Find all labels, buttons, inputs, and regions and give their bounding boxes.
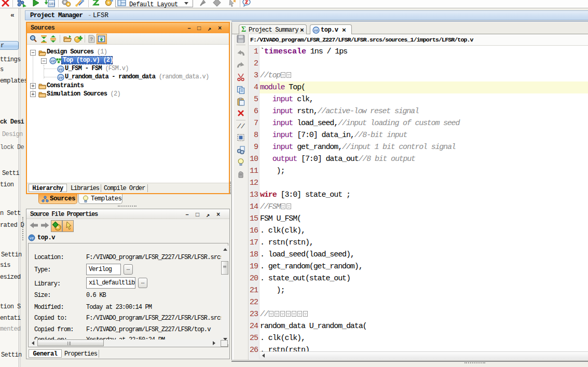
svg-text:?: ? <box>90 37 93 43</box>
svg-text:ve: ve <box>51 59 55 63</box>
svg-text:101: 101 <box>49 2 55 6</box>
svg-text:ve: ve <box>30 236 34 240</box>
svg-text:ve: ve <box>314 29 318 33</box>
svg-text:ve: ve <box>59 67 63 72</box>
svg-text:ve: ve <box>59 76 63 80</box>
